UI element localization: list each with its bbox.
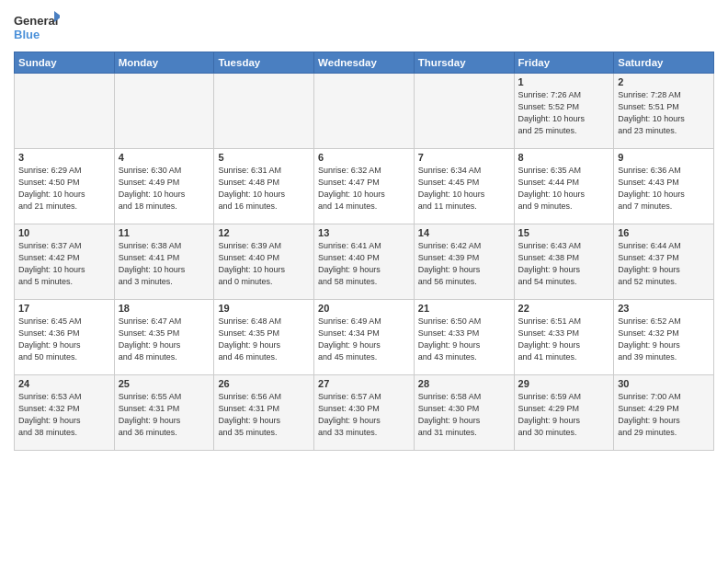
day-number: 12 (218, 227, 310, 238)
day-number: 8 (518, 152, 610, 163)
day-info: Sunrise: 6:36 AM Sunset: 4:43 PM Dayligh… (618, 165, 710, 213)
calendar-body: 1Sunrise: 7:26 AM Sunset: 5:52 PM Daylig… (15, 74, 714, 451)
day-info: Sunrise: 7:28 AM Sunset: 5:51 PM Dayligh… (618, 89, 710, 137)
calendar-day: 18Sunrise: 6:47 AM Sunset: 4:35 PM Dayli… (114, 300, 214, 375)
calendar-day: 21Sunrise: 6:50 AM Sunset: 4:33 PM Dayli… (414, 300, 514, 375)
calendar-day: 16Sunrise: 6:44 AM Sunset: 4:37 PM Dayli… (614, 224, 714, 300)
day-info: Sunrise: 6:45 AM Sunset: 4:36 PM Dayligh… (18, 316, 110, 363)
calendar-week: 10Sunrise: 6:37 AM Sunset: 4:42 PM Dayli… (15, 224, 714, 300)
day-info: Sunrise: 6:59 AM Sunset: 4:29 PM Dayligh… (518, 391, 610, 439)
day-info: Sunrise: 6:31 AM Sunset: 4:48 PM Dayligh… (218, 165, 310, 213)
day-number: 20 (318, 303, 410, 314)
day-number: 15 (518, 227, 610, 238)
calendar-day: 17Sunrise: 6:45 AM Sunset: 4:36 PM Dayli… (15, 300, 115, 375)
calendar-day: 24Sunrise: 6:53 AM Sunset: 4:32 PM Dayli… (15, 375, 115, 451)
svg-text:General: General (14, 14, 58, 28)
day-info: Sunrise: 6:56 AM Sunset: 4:31 PM Dayligh… (218, 391, 310, 439)
day-number: 11 (119, 227, 210, 238)
calendar-day: 13Sunrise: 6:41 AM Sunset: 4:40 PM Dayli… (314, 224, 415, 300)
day-number: 13 (318, 227, 410, 238)
day-number: 21 (418, 303, 510, 314)
header-row: SundayMondayTuesdayWednesdayThursdayFrid… (15, 52, 714, 74)
calendar-day: 19Sunrise: 6:48 AM Sunset: 4:35 PM Dayli… (214, 300, 314, 375)
day-info: Sunrise: 6:49 AM Sunset: 4:34 PM Dayligh… (318, 316, 410, 363)
day-info: Sunrise: 6:53 AM Sunset: 4:32 PM Dayligh… (18, 391, 110, 439)
calendar-day: 12Sunrise: 6:39 AM Sunset: 4:40 PM Dayli… (214, 224, 314, 300)
calendar-day: 25Sunrise: 6:55 AM Sunset: 4:31 PM Dayli… (114, 375, 214, 451)
day-number: 29 (518, 378, 610, 389)
day-info: Sunrise: 6:43 AM Sunset: 4:38 PM Dayligh… (518, 240, 610, 288)
day-info: Sunrise: 6:47 AM Sunset: 4:35 PM Dayligh… (119, 316, 210, 363)
day-info: Sunrise: 6:34 AM Sunset: 4:45 PM Dayligh… (418, 165, 510, 213)
day-number: 7 (418, 152, 510, 163)
calendar-day (414, 74, 514, 149)
calendar-day: 29Sunrise: 6:59 AM Sunset: 4:29 PM Dayli… (514, 375, 614, 451)
calendar-day: 14Sunrise: 6:42 AM Sunset: 4:39 PM Dayli… (414, 224, 514, 300)
day-number: 14 (418, 227, 510, 238)
day-info: Sunrise: 6:41 AM Sunset: 4:40 PM Dayligh… (318, 240, 410, 288)
day-number: 26 (218, 378, 310, 389)
weekday-header: Monday (114, 52, 214, 74)
day-number: 18 (119, 303, 210, 314)
calendar-header: SundayMondayTuesdayWednesdayThursdayFrid… (15, 52, 714, 74)
calendar-day: 22Sunrise: 6:51 AM Sunset: 4:33 PM Dayli… (514, 300, 614, 375)
day-number: 17 (18, 303, 110, 314)
calendar-day: 11Sunrise: 6:38 AM Sunset: 4:41 PM Dayli… (114, 224, 214, 300)
calendar-day (15, 74, 115, 149)
calendar: SundayMondayTuesdayWednesdayThursdayFrid… (14, 52, 714, 451)
day-number: 4 (119, 152, 210, 163)
day-number: 9 (618, 152, 710, 163)
page: General Blue SundayMondayTuesdayWednesda… (0, 0, 728, 563)
day-info: Sunrise: 6:42 AM Sunset: 4:39 PM Dayligh… (418, 240, 510, 288)
day-info: Sunrise: 6:58 AM Sunset: 4:30 PM Dayligh… (418, 391, 510, 439)
calendar-day: 5Sunrise: 6:31 AM Sunset: 4:48 PM Daylig… (214, 149, 314, 224)
svg-text:Blue: Blue (14, 28, 40, 41)
calendar-day: 6Sunrise: 6:32 AM Sunset: 4:47 PM Daylig… (314, 149, 415, 224)
header: General Blue (14, 9, 714, 44)
day-info: Sunrise: 6:48 AM Sunset: 4:35 PM Dayligh… (218, 316, 310, 363)
calendar-day: 27Sunrise: 6:57 AM Sunset: 4:30 PM Dayli… (314, 375, 415, 451)
calendar-week: 17Sunrise: 6:45 AM Sunset: 4:36 PM Dayli… (15, 300, 714, 375)
day-number: 3 (18, 152, 110, 163)
calendar-day: 30Sunrise: 7:00 AM Sunset: 4:29 PM Dayli… (614, 375, 714, 451)
day-number: 28 (418, 378, 510, 389)
day-info: Sunrise: 6:29 AM Sunset: 4:50 PM Dayligh… (18, 165, 110, 213)
day-info: Sunrise: 6:50 AM Sunset: 4:33 PM Dayligh… (418, 316, 510, 363)
day-number: 25 (119, 378, 210, 389)
calendar-day: 28Sunrise: 6:58 AM Sunset: 4:30 PM Dayli… (414, 375, 514, 451)
weekday-header: Friday (514, 52, 614, 74)
day-info: Sunrise: 7:26 AM Sunset: 5:52 PM Dayligh… (518, 89, 610, 137)
day-number: 24 (18, 378, 110, 389)
day-info: Sunrise: 6:39 AM Sunset: 4:40 PM Dayligh… (218, 240, 310, 288)
day-info: Sunrise: 6:38 AM Sunset: 4:41 PM Dayligh… (119, 240, 210, 288)
day-info: Sunrise: 6:30 AM Sunset: 4:49 PM Dayligh… (119, 165, 210, 213)
day-number: 10 (18, 227, 110, 238)
calendar-day (214, 74, 314, 149)
calendar-day: 2Sunrise: 7:28 AM Sunset: 5:51 PM Daylig… (614, 74, 714, 149)
calendar-day: 23Sunrise: 6:52 AM Sunset: 4:32 PM Dayli… (614, 300, 714, 375)
weekday-header: Wednesday (314, 52, 415, 74)
calendar-week: 3Sunrise: 6:29 AM Sunset: 4:50 PM Daylig… (15, 149, 714, 224)
calendar-day: 4Sunrise: 6:30 AM Sunset: 4:49 PM Daylig… (114, 149, 214, 224)
general-blue-logo-icon: General Blue (14, 9, 60, 44)
day-number: 23 (618, 303, 710, 314)
day-info: Sunrise: 6:44 AM Sunset: 4:37 PM Dayligh… (618, 240, 710, 288)
weekday-header: Tuesday (214, 52, 314, 74)
day-number: 1 (518, 76, 610, 87)
calendar-day: 9Sunrise: 6:36 AM Sunset: 4:43 PM Daylig… (614, 149, 714, 224)
day-info: Sunrise: 6:51 AM Sunset: 4:33 PM Dayligh… (518, 316, 610, 363)
day-info: Sunrise: 6:52 AM Sunset: 4:32 PM Dayligh… (618, 316, 710, 363)
calendar-day: 8Sunrise: 6:35 AM Sunset: 4:44 PM Daylig… (514, 149, 614, 224)
day-number: 2 (618, 76, 710, 87)
day-number: 30 (618, 378, 710, 389)
calendar-day: 20Sunrise: 6:49 AM Sunset: 4:34 PM Dayli… (314, 300, 415, 375)
calendar-day: 3Sunrise: 6:29 AM Sunset: 4:50 PM Daylig… (15, 149, 115, 224)
weekday-header: Thursday (414, 52, 514, 74)
day-number: 19 (218, 303, 310, 314)
day-info: Sunrise: 6:32 AM Sunset: 4:47 PM Dayligh… (318, 165, 410, 213)
calendar-week: 24Sunrise: 6:53 AM Sunset: 4:32 PM Dayli… (15, 375, 714, 451)
calendar-day: 10Sunrise: 6:37 AM Sunset: 4:42 PM Dayli… (15, 224, 115, 300)
calendar-day: 7Sunrise: 6:34 AM Sunset: 4:45 PM Daylig… (414, 149, 514, 224)
calendar-day: 15Sunrise: 6:43 AM Sunset: 4:38 PM Dayli… (514, 224, 614, 300)
calendar-day (114, 74, 214, 149)
